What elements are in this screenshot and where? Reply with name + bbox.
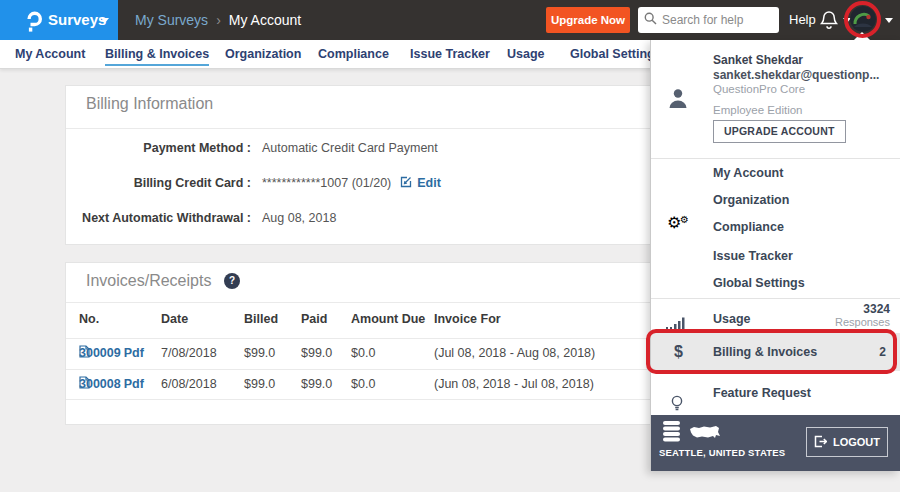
- menu-item-compliance[interactable]: ⚙ ⚙ Compliance: [651, 214, 900, 240]
- withdrawal-value: Aug 08, 2018: [262, 211, 336, 225]
- edit-icon[interactable]: [400, 176, 412, 191]
- logout-button[interactable]: LOGOUT: [806, 427, 888, 457]
- top-header-bar: Surveys My Surveys›My Account Upgrade No…: [0, 0, 900, 40]
- user-email: sanket.shekdar@questionp...: [713, 68, 879, 82]
- help-icon[interactable]: ?: [224, 273, 240, 289]
- col-invoice-for: Invoice For: [434, 312, 501, 326]
- menu-item-my-account[interactable]: My Account: [651, 160, 900, 186]
- questionpro-logo-icon: [24, 9, 44, 36]
- user-organization: QuestionPro Core: [713, 83, 805, 95]
- menu-item-feature-request[interactable]: Feature Request: [651, 371, 900, 415]
- credit-card-value: ************1007 (01/20): [262, 176, 391, 190]
- tab-global-settings[interactable]: Global Settings: [570, 40, 662, 69]
- logo-area[interactable]: Surveys: [0, 0, 118, 40]
- tab-compliance[interactable]: Compliance: [318, 40, 389, 69]
- payment-method-value: Automatic Credit Card Payment: [262, 141, 438, 155]
- invoice-amount-due: $0.0: [351, 346, 375, 360]
- withdrawal-label: Next Automatic Withdrawal :: [66, 211, 251, 225]
- annotation-circle-avatar: [844, 1, 881, 38]
- col-no: No.: [79, 312, 99, 326]
- database-icon: [661, 420, 683, 448]
- col-amount-due: Amount Due: [351, 312, 425, 326]
- section-title: Invoices/Receipts: [86, 272, 211, 290]
- page-title: My Account: [229, 12, 301, 28]
- invoice-period: (Jun 08, 2018 - Jul 08, 2018): [434, 377, 594, 391]
- chevron-down-icon: [101, 18, 109, 23]
- usage-count: 3324: [863, 302, 890, 316]
- invoice-billed: $99.0: [244, 377, 275, 391]
- logout-icon: [814, 435, 827, 450]
- gears-icon: ⚙: [680, 207, 689, 233]
- invoice-paid: $99.0: [301, 377, 332, 391]
- usage-unit: Responses: [835, 316, 890, 328]
- user-name: Sanket Shekdar: [713, 53, 803, 67]
- us-map-icon: [689, 424, 721, 446]
- invoice-amount-due: $0.0: [351, 377, 375, 391]
- divider: [651, 158, 900, 159]
- section-title: Billing Information: [86, 95, 213, 113]
- menu-item-global-settings[interactable]: Global Settings: [651, 270, 900, 296]
- datacenter-location: SEATTLE, UNITED STATES: [659, 447, 785, 458]
- tab-issue-tracker[interactable]: Issue Tracker: [410, 40, 490, 69]
- app-name[interactable]: Surveys: [48, 0, 106, 40]
- upgrade-now-button[interactable]: Upgrade Now: [546, 7, 630, 33]
- annotation-box-billing-invoices: [646, 329, 897, 374]
- user-icon: [667, 87, 689, 113]
- pdf-link[interactable]: Pdf: [124, 377, 144, 391]
- pdf-icon[interactable]: [79, 345, 90, 361]
- invoice-billed: $99.0: [244, 346, 275, 360]
- chevron-down-icon[interactable]: [885, 18, 893, 23]
- edit-card-link[interactable]: Edit: [417, 176, 441, 190]
- breadcrumb: My Surveys›My Account: [135, 0, 301, 40]
- col-billed: Billed: [244, 312, 278, 326]
- invoice-period: (Jul 08, 2018 - Aug 08, 2018): [434, 346, 595, 360]
- pdf-link[interactable]: Pdf: [124, 346, 144, 360]
- payment-method-label: Payment Method :: [66, 141, 251, 155]
- tab-usage[interactable]: Usage: [507, 40, 545, 69]
- invoice-paid: $99.0: [301, 346, 332, 360]
- panel-footer: SEATTLE, UNITED STATES LOGOUT: [651, 415, 900, 471]
- menu-item-issue-tracker[interactable]: Issue Tracker: [651, 243, 900, 269]
- help-link[interactable]: Help: [789, 0, 816, 40]
- breadcrumb-separator: ›: [216, 12, 221, 28]
- col-paid: Paid: [301, 312, 327, 326]
- tab-billing-invoices[interactable]: Billing & Invoices: [105, 40, 209, 69]
- help-search-box[interactable]: [638, 7, 779, 33]
- search-icon: [644, 11, 657, 29]
- upgrade-account-button[interactable]: UPGRADE ACCOUNT: [713, 120, 846, 143]
- invoice-date: 6/08/2018: [161, 377, 217, 391]
- invoice-date: 7/08/2018: [161, 346, 217, 360]
- credit-card-label: Billing Credit Card :: [66, 176, 251, 190]
- account-dropdown-panel: Sanket Shekdar sanket.shekdar@questionp.…: [650, 40, 900, 471]
- bell-icon[interactable]: [820, 10, 838, 34]
- user-edition: Employee Edition: [713, 104, 803, 116]
- col-date: Date: [161, 312, 188, 326]
- tab-my-account[interactable]: My Account: [15, 40, 85, 69]
- breadcrumb-parent[interactable]: My Surveys: [135, 12, 208, 28]
- divider: [651, 298, 900, 299]
- search-input[interactable]: [662, 13, 772, 27]
- pdf-icon[interactable]: [79, 376, 90, 392]
- tab-organization[interactable]: Organization: [225, 40, 301, 69]
